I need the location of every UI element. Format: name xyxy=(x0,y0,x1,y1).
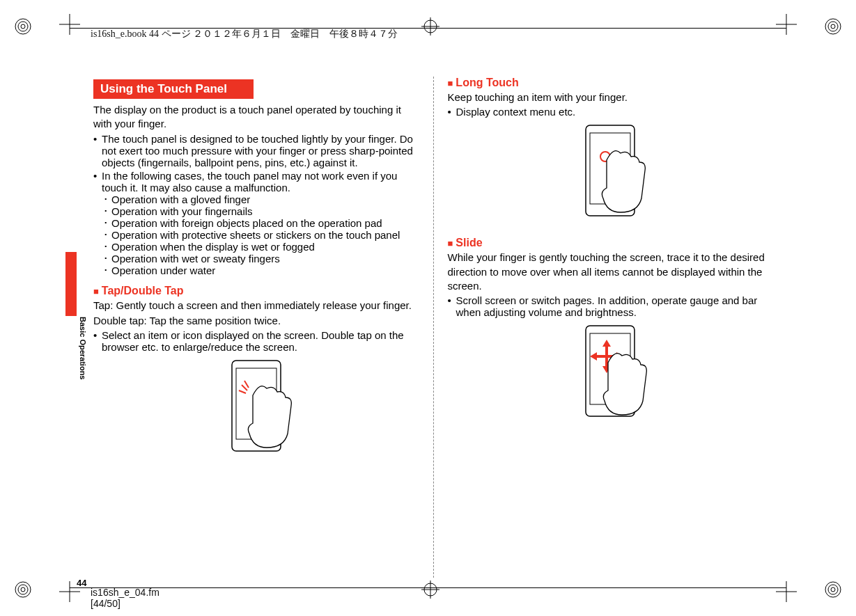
bullet-icon: • xyxy=(93,170,102,194)
sub-bullet-item: ･Operation with protective sheets or sti… xyxy=(103,229,419,241)
footer-rule xyxy=(70,587,786,588)
bullet-item: • Select an item or icon displayed on th… xyxy=(93,329,419,353)
intro-text: The display on the product is a touch pa… xyxy=(93,103,419,132)
subsection-title: Tap/Double Tap xyxy=(102,285,184,297)
sub-bullet-icon: ･ xyxy=(103,229,111,241)
svg-point-0 xyxy=(15,19,31,34)
registration-cross-icon xyxy=(421,17,439,35)
tap-illustration xyxy=(93,357,419,464)
bullet-item: • Scroll screen or switch pages. In addi… xyxy=(448,294,774,318)
body-text: Keep touching an item with your finger. xyxy=(448,90,774,104)
left-column: Using the Touch Panel The display on the… xyxy=(93,77,434,578)
sub-bullet-text: Operation with protective sheets or stic… xyxy=(111,229,400,241)
body-text: Tap: Gently touch a screen and then imme… xyxy=(93,299,419,313)
registration-target-icon xyxy=(824,17,842,35)
bullet-item: • In the following cases, the touch pane… xyxy=(93,170,419,194)
registration-target-icon xyxy=(824,581,842,599)
slide-illustration xyxy=(448,322,774,429)
svg-point-5 xyxy=(831,24,835,29)
page-number: 44 xyxy=(77,578,86,588)
bullet-text: The touch panel is designed to be touche… xyxy=(102,133,419,168)
section-heading: Using the Touch Panel xyxy=(93,79,254,99)
body-text: Double tap: Tap the same position twice. xyxy=(93,314,419,328)
svg-point-11 xyxy=(831,587,835,592)
sub-bullet-icon: ･ xyxy=(103,217,111,229)
registration-cross-icon xyxy=(421,581,439,599)
crop-mark-icon xyxy=(776,581,797,602)
footer-info: is16sh_e_04.fm [44/50] xyxy=(91,587,159,609)
sub-bullet-icon: ･ xyxy=(103,205,111,217)
bullet-item: • Display context menu etc. xyxy=(448,106,774,118)
square-icon: ■ xyxy=(448,238,453,248)
sub-bullet-item: ･Operation with a gloved finger xyxy=(103,194,419,205)
sub-bullet-icon: ･ xyxy=(103,241,111,253)
sub-bullet-text: Operation with foreign objects placed on… xyxy=(111,217,382,229)
svg-point-10 xyxy=(828,585,838,594)
crop-mark-icon xyxy=(59,14,80,35)
sub-bullet-item: ･Operation with your fingernails xyxy=(103,205,419,217)
sub-bullet-text: Operation with your fingernails xyxy=(111,205,253,217)
section-tab-label: Basic Operations xyxy=(77,317,87,456)
square-icon: ■ xyxy=(93,286,99,297)
sub-bullet-item: ･Operation when the display is wet or fo… xyxy=(103,241,419,253)
subsection-heading: ■Long Touch xyxy=(448,77,774,89)
sub-bullet-text: Operation with wet or sweaty fingers xyxy=(111,253,280,264)
svg-point-9 xyxy=(825,582,841,597)
footer-pagecount: [44/50] xyxy=(91,598,159,609)
registration-target-icon xyxy=(14,17,32,35)
bullet-text: In the following cases, the touch panel … xyxy=(102,170,419,194)
bullet-icon: • xyxy=(93,329,102,353)
subsection-heading: ■Slide xyxy=(448,237,774,249)
sub-bullet-text: Operation when the display is wet or fog… xyxy=(111,241,315,253)
square-icon: ■ xyxy=(448,78,453,88)
svg-point-1 xyxy=(18,22,28,31)
bullet-item: • The touch panel is designed to be touc… xyxy=(93,133,419,168)
sub-bullet-icon: ･ xyxy=(103,194,111,205)
sub-bullet-item: ･Operation with foreign objects placed o… xyxy=(103,217,419,229)
sub-bullet-item: ･Operation with wet or sweaty fingers xyxy=(103,253,419,264)
sub-bullet-icon: ･ xyxy=(103,253,111,264)
bullet-text: Display context menu etc. xyxy=(456,106,774,118)
footer-filename: is16sh_e_04.fm xyxy=(91,587,159,598)
sub-bullet-text: Operation with a gloved finger xyxy=(111,194,250,205)
subsection-title: Long Touch xyxy=(456,77,518,88)
svg-point-8 xyxy=(21,587,25,592)
right-column: ■Long Touch Keep touching an item with y… xyxy=(434,77,788,578)
svg-point-2 xyxy=(21,24,25,29)
svg-point-3 xyxy=(825,19,841,34)
svg-point-6 xyxy=(15,582,31,597)
sub-bullet-item: ･Operation under water xyxy=(103,264,419,276)
svg-point-4 xyxy=(828,22,838,31)
long-touch-illustration xyxy=(448,122,774,228)
bullet-icon: • xyxy=(448,294,456,318)
subsection-heading: ■Tap/Double Tap xyxy=(93,285,419,297)
subsection-title: Slide xyxy=(456,237,482,248)
body-text: While your finger is gently touching the… xyxy=(448,251,774,293)
bullet-text: Scroll screen or switch pages. In additi… xyxy=(456,294,774,318)
section-tab-marker xyxy=(65,252,77,316)
bullet-text: Select an item or icon displayed on the … xyxy=(102,329,419,353)
bullet-icon: • xyxy=(93,133,102,168)
sub-bullet-text: Operation under water xyxy=(111,264,215,276)
svg-point-7 xyxy=(18,585,28,594)
crop-mark-icon xyxy=(776,14,797,35)
sub-bullet-icon: ･ xyxy=(103,264,111,276)
bullet-icon: • xyxy=(448,106,456,118)
header-text: is16sh_e.book 44 ページ ２０１２年６月１日 金曜日 午後８時４… xyxy=(91,28,398,40)
registration-target-icon xyxy=(14,581,32,599)
